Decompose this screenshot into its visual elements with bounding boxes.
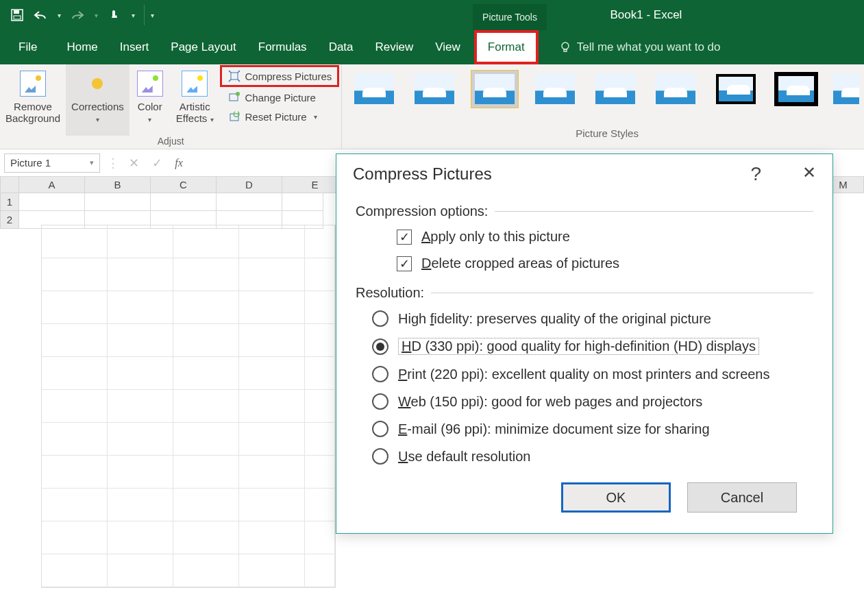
color-label: Color bbox=[138, 101, 162, 112]
color-button[interactable]: Color▾ bbox=[129, 64, 171, 136]
tell-me-placeholder: Tell me what you want to do bbox=[577, 40, 721, 54]
tell-me-search[interactable]: Tell me what you want to do bbox=[559, 40, 721, 54]
chevron-down-icon[interactable]: ▾ bbox=[90, 158, 94, 167]
fx-icon[interactable]: fx bbox=[169, 157, 189, 169]
column-header-C[interactable]: C bbox=[151, 177, 217, 193]
name-box-value: Picture 1 bbox=[10, 157, 51, 169]
cell[interactable] bbox=[151, 193, 217, 211]
picture-style-7[interactable] bbox=[712, 70, 760, 108]
help-icon[interactable]: ? bbox=[750, 163, 761, 185]
column-header-D[interactable]: D bbox=[217, 177, 282, 193]
radio-icon[interactable] bbox=[372, 338, 388, 355]
tab-formulas[interactable]: Formulas bbox=[247, 30, 318, 64]
cell[interactable] bbox=[217, 193, 282, 211]
ok-button[interactable]: OK bbox=[561, 482, 671, 513]
row-header-2[interactable]: 2 bbox=[0, 211, 19, 229]
redo-icon[interactable] bbox=[67, 5, 88, 25]
radio-icon[interactable] bbox=[372, 421, 388, 437]
tab-insert[interactable]: Insert bbox=[109, 30, 160, 64]
redo-dropdown-icon[interactable]: ▾ bbox=[90, 5, 101, 25]
save-icon[interactable] bbox=[7, 5, 27, 25]
picture-style-8[interactable] bbox=[772, 70, 820, 108]
undo-dropdown-icon[interactable]: ▾ bbox=[53, 5, 64, 25]
picture-style-2[interactable] bbox=[410, 70, 458, 108]
corrections-button[interactable]: Corrections▾ bbox=[66, 64, 129, 136]
cell[interactable] bbox=[19, 193, 85, 211]
print-label: Print (220 ppi): excellent quality on mo… bbox=[398, 367, 770, 382]
tab-home[interactable]: Home bbox=[55, 30, 108, 64]
cell[interactable] bbox=[85, 193, 151, 211]
tab-format[interactable]: Format bbox=[474, 30, 539, 64]
compress-pictures-button[interactable]: Compress Pictures bbox=[222, 67, 338, 85]
change-picture-button[interactable]: Change Picture bbox=[222, 88, 338, 106]
undo-icon[interactable] bbox=[30, 5, 51, 25]
checkbox-icon[interactable]: ✓ bbox=[397, 230, 412, 245]
apply-only-option[interactable]: ✓ Apply only to this picture bbox=[397, 229, 813, 245]
picture-style-1[interactable] bbox=[350, 70, 398, 108]
dialog-titlebar: Compress Pictures ? ✕ bbox=[336, 154, 832, 194]
picture-style-4[interactable] bbox=[531, 70, 579, 108]
picture-styles-group: Picture Styles bbox=[342, 64, 864, 149]
resolution-email[interactable]: E-mail (96 ppi): minimize document size … bbox=[356, 421, 813, 437]
tab-view[interactable]: View bbox=[424, 30, 471, 64]
select-all-triangle[interactable] bbox=[0, 177, 19, 193]
cancel-formula-icon[interactable]: ✕ bbox=[122, 156, 145, 171]
picture-style-3[interactable] bbox=[471, 70, 519, 108]
radio-icon[interactable] bbox=[372, 393, 388, 410]
name-box[interactable]: Picture 1 ▾ bbox=[4, 153, 100, 173]
tab-file[interactable]: File bbox=[0, 30, 55, 64]
column-header-A[interactable]: A bbox=[19, 177, 85, 193]
row-header-1[interactable]: 1 bbox=[0, 193, 19, 211]
reset-picture-icon bbox=[227, 110, 241, 123]
high-fidelity-label: High fidelity: preserves quality of the … bbox=[398, 311, 711, 327]
email-label: E-mail (96 ppi): minimize document size … bbox=[398, 421, 710, 437]
compress-pictures-label: Compress Pictures bbox=[245, 71, 332, 82]
tab-data[interactable]: Data bbox=[318, 30, 365, 64]
remove-background-icon bbox=[20, 71, 46, 97]
picture-styles-group-label: Picture Styles bbox=[350, 127, 864, 139]
dialog-title: Compress Pictures bbox=[353, 164, 492, 184]
close-icon[interactable]: ✕ bbox=[802, 163, 816, 185]
picture-style-5[interactable] bbox=[591, 70, 639, 108]
touch-mode-icon[interactable] bbox=[104, 5, 125, 25]
change-picture-icon bbox=[227, 90, 241, 104]
delete-cropped-option[interactable]: ✓ Delete cropped areas of pictures bbox=[397, 256, 813, 271]
radio-icon[interactable] bbox=[372, 448, 388, 465]
change-picture-label: Change Picture bbox=[245, 92, 316, 103]
svg-point-3 bbox=[562, 42, 569, 49]
radio-icon[interactable] bbox=[372, 310, 388, 327]
resolution-default[interactable]: Use default resolution bbox=[356, 448, 813, 465]
tab-review[interactable]: Review bbox=[365, 30, 425, 64]
app-title: Book1 - Excel bbox=[610, 8, 682, 22]
cancel-button[interactable]: Cancel bbox=[687, 482, 797, 513]
tab-page-layout[interactable]: Page Layout bbox=[160, 30, 247, 64]
default-label: Use default resolution bbox=[398, 449, 530, 465]
hd-label: HD (330 ppi): good quality for high-defi… bbox=[398, 338, 759, 355]
radio-icon[interactable] bbox=[372, 366, 388, 382]
enter-formula-icon[interactable]: ✓ bbox=[145, 156, 169, 171]
svg-rect-2 bbox=[14, 16, 21, 19]
resolution-print[interactable]: Print (220 ppi): excellent quality on mo… bbox=[356, 366, 813, 382]
artistic-effects-button[interactable]: Artistic Effects ▾ bbox=[171, 64, 219, 136]
qat-customize-icon[interactable]: ▾ bbox=[144, 5, 160, 25]
resolution-hd[interactable]: HD (330 ppi): good quality for high-defi… bbox=[356, 338, 813, 355]
compress-pictures-icon bbox=[227, 69, 241, 83]
touch-dropdown-icon[interactable]: ▾ bbox=[127, 5, 138, 25]
cell[interactable] bbox=[282, 193, 323, 211]
chevron-down-icon: ▾ bbox=[148, 116, 151, 123]
checkbox-icon[interactable]: ✓ bbox=[397, 256, 412, 271]
ribbon-format: Remove Background Corrections▾ Color▾ Ar… bbox=[0, 64, 864, 149]
column-header-B[interactable]: B bbox=[85, 177, 151, 193]
picture-style-9[interactable] bbox=[832, 70, 860, 108]
reset-picture-button[interactable]: Reset Picture ▾ bbox=[222, 108, 338, 125]
remove-background-button[interactable]: Remove Background bbox=[0, 64, 66, 136]
chevron-down-icon: ▾ bbox=[96, 116, 99, 123]
web-label: Web (150 ppi): good for web pages and pr… bbox=[398, 394, 702, 410]
resolution-web[interactable]: Web (150 ppi): good for web pages and pr… bbox=[356, 393, 813, 410]
resolution-high-fidelity[interactable]: High fidelity: preserves quality of the … bbox=[356, 310, 813, 327]
picture-style-6[interactable] bbox=[652, 70, 700, 108]
corrections-icon bbox=[85, 71, 110, 96]
resolution-heading: Resolution: bbox=[356, 285, 424, 301]
corrections-label: Corrections bbox=[71, 101, 124, 112]
compress-pictures-dialog: Compress Pictures ? ✕ Compression option… bbox=[336, 153, 833, 534]
